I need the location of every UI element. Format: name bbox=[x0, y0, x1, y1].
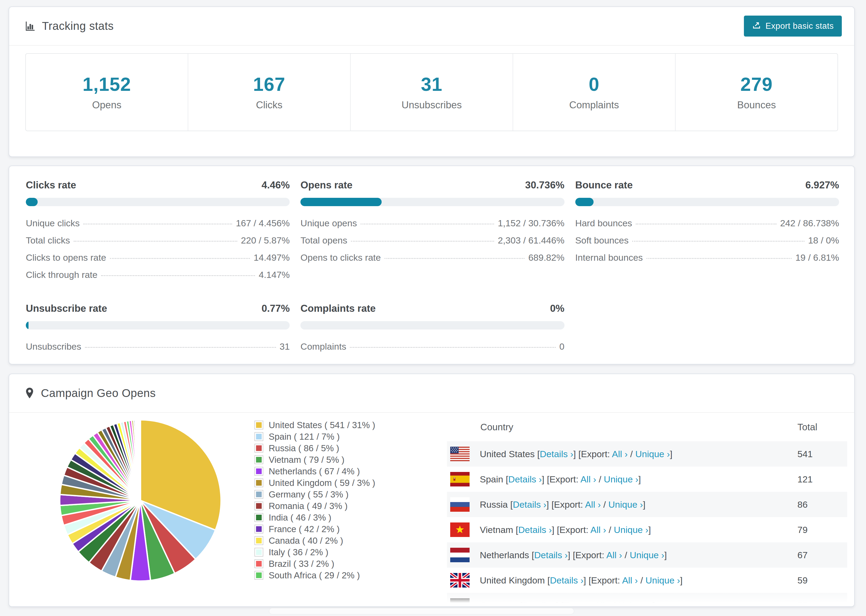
tracking-stats-header: Tracking stats Export basic stats bbox=[9, 7, 854, 46]
legend-label: Russia ( 86 / 5% ) bbox=[269, 443, 339, 453]
legend-label: Spain ( 121 / 7% ) bbox=[269, 432, 340, 442]
rate-detail-label: Hard bounces bbox=[575, 218, 632, 228]
stat-value: 31 bbox=[421, 74, 442, 95]
export-all-link[interactable]: All › bbox=[590, 525, 606, 535]
legend-swatch bbox=[254, 513, 263, 522]
flag-ru-icon bbox=[450, 497, 469, 512]
rate-detail-label: Clicks to opens rate bbox=[26, 252, 106, 263]
progress-bar-fill bbox=[575, 198, 594, 206]
legend-swatch bbox=[254, 421, 263, 429]
dotted-leader bbox=[647, 258, 792, 259]
flag-de-icon bbox=[450, 598, 469, 607]
details-link[interactable]: Details › bbox=[540, 449, 573, 459]
export-unique-link[interactable]: Unique › bbox=[614, 525, 649, 535]
details-link[interactable]: Details › bbox=[550, 575, 584, 585]
rate-detail-row: Complaints0 bbox=[301, 341, 564, 352]
tracking-stats-title-text: Tracking stats bbox=[42, 20, 114, 33]
stat-box: 167Clicks bbox=[188, 54, 351, 130]
rate-detail-label: Unsubscribes bbox=[26, 341, 81, 352]
export-unique-link[interactable]: Unique › bbox=[630, 550, 664, 560]
stat-value: 167 bbox=[253, 74, 285, 95]
geo-body: United States ( 541 / 31% )Spain ( 121 /… bbox=[9, 413, 854, 605]
rate-detail-value: 19 / 6.81% bbox=[795, 252, 839, 263]
rate-detail-row: Clicks to opens rate14.497% bbox=[26, 252, 290, 263]
rates-grid: Clicks rate4.46%Unique clicks167 / 4.456… bbox=[9, 166, 854, 358]
total-cell: 86 bbox=[797, 499, 847, 510]
export-unique-link[interactable]: Unique › bbox=[618, 600, 653, 607]
rate-detail-row: Unique opens1,152 / 30.736% bbox=[301, 218, 564, 228]
rate-detail-label: Opens to clicks rate bbox=[301, 252, 381, 263]
legend-item: Netherlands ( 67 / 4% ) bbox=[254, 465, 375, 477]
details-link[interactable]: Details › bbox=[508, 474, 542, 484]
export-button-label: Export basic stats bbox=[765, 21, 834, 31]
export-all-link[interactable]: All › bbox=[580, 474, 596, 484]
export-basic-stats-button[interactable]: Export basic stats bbox=[744, 16, 842, 36]
rate-head: Unsubscribe rate0.77% bbox=[26, 303, 290, 314]
legend-item: United States ( 541 / 31% ) bbox=[254, 419, 375, 431]
export-all-link[interactable]: All › bbox=[622, 575, 638, 585]
rate-detail-value: 31 bbox=[280, 341, 290, 352]
stat-label: Clicks bbox=[256, 99, 283, 111]
dotted-leader bbox=[636, 224, 776, 225]
table-row: United States [Details ›] [Export: All ›… bbox=[447, 441, 847, 467]
flag-vn-icon bbox=[450, 522, 469, 537]
export-unique-link[interactable]: Unique › bbox=[646, 575, 680, 585]
flag-nl-icon bbox=[450, 548, 469, 562]
map-pin-icon bbox=[25, 387, 35, 399]
legend-item: Brazil ( 33 / 2% ) bbox=[254, 558, 375, 569]
legend-label: Canada ( 40 / 2% ) bbox=[269, 536, 343, 546]
rate-title: Clicks rate bbox=[26, 179, 76, 191]
export-all-link[interactable]: All › bbox=[606, 550, 622, 560]
progress-bar-track bbox=[575, 198, 839, 206]
dotted-leader bbox=[632, 241, 805, 242]
total-cell: 79 bbox=[797, 525, 847, 535]
flag-es-icon bbox=[450, 472, 469, 486]
rate-detail-value: 220 / 5.87% bbox=[241, 235, 290, 246]
export-all-link[interactable]: All › bbox=[612, 449, 628, 459]
legend-item: Romania ( 49 / 3% ) bbox=[254, 500, 375, 512]
export-all-link[interactable]: All › bbox=[595, 600, 611, 607]
rate-detail-label: Soft bounces bbox=[575, 235, 628, 246]
stat-box: 279Bounces bbox=[675, 54, 838, 130]
legend-item: United Kingdom ( 59 / 3% ) bbox=[254, 477, 375, 489]
summary-stats-row: 1,152Opens167Clicks31Unsubscribes0Compla… bbox=[25, 53, 838, 131]
rate-title: Complaints rate bbox=[301, 303, 376, 314]
horizontal-scrollbar-thumb[interactable] bbox=[269, 608, 574, 614]
details-link[interactable]: Details › bbox=[523, 600, 556, 607]
rate-detail-value: 167 / 4.456% bbox=[236, 218, 290, 228]
geo-opens-pie-chart bbox=[57, 416, 224, 584]
stat-label: Bounces bbox=[737, 99, 776, 111]
rate-detail-row: Hard bounces242 / 86.738% bbox=[575, 218, 839, 228]
rate-detail-row: Internal bounces19 / 6.81% bbox=[575, 252, 839, 263]
rate-block: Clicks rate4.46%Unique clicks167 / 4.456… bbox=[26, 179, 290, 287]
rate-detail-row: Click through rate4.147% bbox=[26, 270, 290, 280]
export-unique-link[interactable]: Unique › bbox=[608, 499, 643, 509]
total-cell: 67 bbox=[797, 550, 847, 560]
details-link[interactable]: Details › bbox=[513, 499, 546, 509]
rate-value: 6.927% bbox=[805, 179, 839, 191]
stat-value: 1,152 bbox=[83, 74, 131, 95]
rate-detail-row: Unsubscribes31 bbox=[26, 341, 290, 352]
rate-block: Opens rate30.736%Unique opens1,152 / 30.… bbox=[301, 179, 564, 287]
stat-value: 279 bbox=[740, 74, 773, 95]
rate-detail-rows: Unique clicks167 / 4.456%Total clicks220… bbox=[26, 218, 290, 280]
country-cell: United States [Details ›] [Export: All ›… bbox=[447, 447, 797, 461]
dotted-leader bbox=[384, 258, 525, 259]
legend-swatch bbox=[254, 571, 263, 580]
rate-head: Opens rate30.736% bbox=[301, 179, 564, 191]
progress-bar-track bbox=[301, 321, 564, 330]
progress-bar-fill bbox=[26, 198, 38, 206]
export-all-link[interactable]: All › bbox=[585, 499, 601, 509]
details-link[interactable]: Details › bbox=[518, 525, 552, 535]
export-unique-link[interactable]: Unique › bbox=[635, 449, 670, 459]
country-cell-text: Germany [Details ›] [Export: All › / Uni… bbox=[480, 600, 655, 607]
table-row: Spain [Details ›] [Export: All › / Uniqu… bbox=[447, 467, 847, 492]
legend-swatch bbox=[254, 432, 263, 441]
dotted-leader bbox=[351, 241, 494, 242]
rate-detail-value: 18 / 0% bbox=[808, 235, 839, 246]
rate-value: 30.736% bbox=[525, 179, 565, 191]
rate-title: Bounce rate bbox=[575, 179, 633, 191]
rate-detail-label: Click through rate bbox=[26, 270, 98, 280]
export-unique-link[interactable]: Unique › bbox=[604, 474, 638, 484]
details-link[interactable]: Details › bbox=[534, 550, 568, 560]
